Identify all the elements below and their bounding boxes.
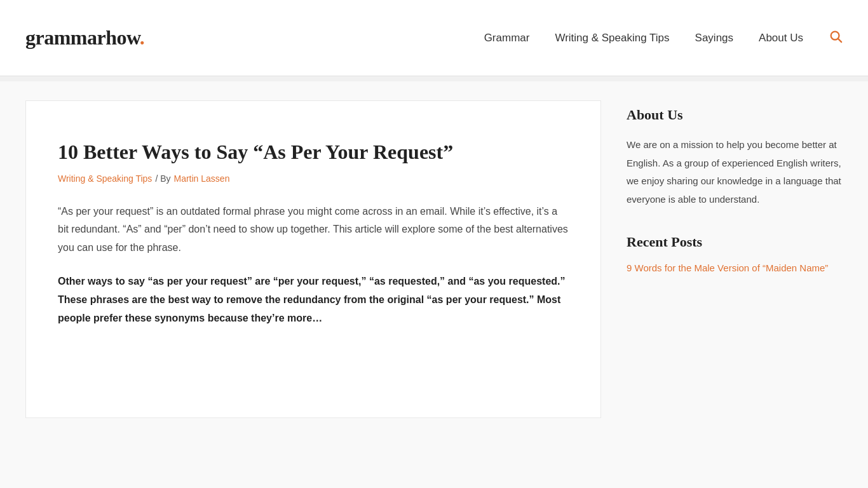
- sub-header-divider: [0, 76, 868, 81]
- site-logo[interactable]: grammarhow.: [25, 26, 144, 50]
- main-content: 10 Better Ways to Say “As Per Your Reque…: [25, 100, 601, 418]
- svg-line-1: [838, 39, 841, 42]
- nav-item-writing[interactable]: Writing & Speaking Tips: [555, 32, 669, 44]
- article-title: 10 Better Ways to Say “As Per Your Reque…: [58, 139, 569, 166]
- main-nav: Grammar Writing & Speaking Tips Sayings …: [484, 29, 843, 46]
- site-header: grammarhow. Grammar Writing & Speaking T…: [0, 0, 868, 76]
- logo-dot: .: [140, 26, 145, 49]
- article-category[interactable]: Writing & Speaking Tips: [58, 173, 152, 184]
- sidebar-about-section: About Us We are on a mission to help you…: [627, 107, 843, 208]
- nav-item-about[interactable]: About Us: [759, 32, 803, 44]
- article-author[interactable]: Martin Lassen: [174, 173, 230, 184]
- nav-item-sayings[interactable]: Sayings: [695, 32, 733, 44]
- sidebar-recent-posts-heading: Recent Posts: [627, 234, 843, 250]
- search-icon[interactable]: [829, 29, 843, 46]
- article-intro: “As per your request” is an outdated for…: [58, 203, 569, 257]
- nav-item-grammar[interactable]: Grammar: [484, 32, 530, 44]
- sidebar-about-heading: About Us: [627, 107, 843, 123]
- page-wrapper: 10 Better Ways to Say “As Per Your Reque…: [0, 81, 868, 437]
- recent-post-link-0[interactable]: 9 Words for the Male Version of “Maiden …: [627, 261, 843, 276]
- article-meta: Writing & Speaking Tips / By Martin Lass…: [58, 173, 569, 184]
- sidebar-about-text: We are on a mission to help you become b…: [627, 136, 843, 208]
- sidebar: About Us We are on a mission to help you…: [627, 100, 843, 301]
- article-highlight: Other ways to say “as per your request” …: [58, 273, 569, 327]
- logo-text: grammarhow: [25, 26, 140, 49]
- sidebar-recent-posts-section: Recent Posts 9 Words for the Male Versio…: [627, 234, 843, 276]
- article-meta-separator: / By: [155, 173, 170, 184]
